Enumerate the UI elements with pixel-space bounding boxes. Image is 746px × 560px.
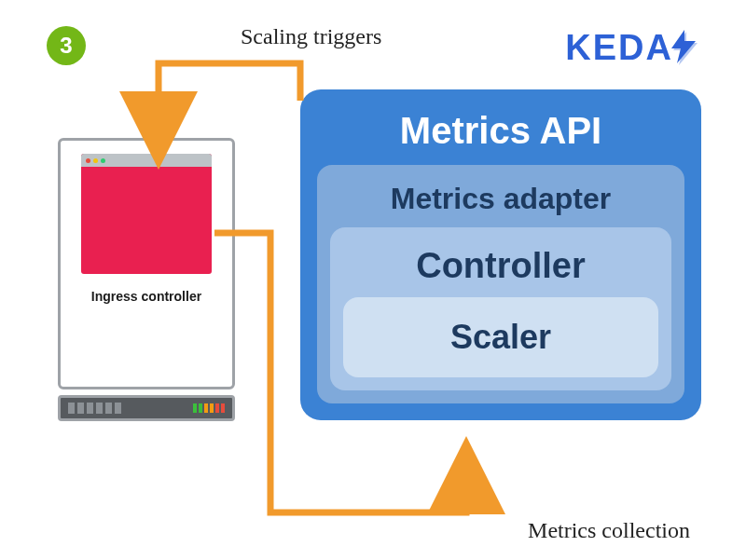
led-red-icon <box>215 403 219 413</box>
keda-stack: Metrics API Metrics adapter Controller S… <box>300 89 701 420</box>
rack-slot-icon <box>115 403 121 414</box>
server-screen: Ingress controller <box>58 138 235 389</box>
window-titlebar <box>81 154 212 167</box>
scaling-triggers-arrow-icon <box>159 63 300 130</box>
rack-slot-icon <box>68 403 75 414</box>
window-dot-yellow-icon <box>93 158 98 163</box>
window-body <box>81 167 212 274</box>
led-orange-icon <box>210 403 214 413</box>
scaling-triggers-label: Scaling triggers <box>241 24 381 49</box>
led-red-icon <box>221 403 225 413</box>
rack-slots <box>68 403 121 414</box>
ingress-controller-label: Ingress controller <box>91 289 201 304</box>
scaler-layer: Scaler <box>343 297 658 377</box>
ingress-server: Ingress controller <box>58 138 235 421</box>
lightning-icon <box>670 30 701 67</box>
led-green-icon <box>199 403 202 413</box>
led-green-icon <box>193 403 197 413</box>
keda-logo-text: KEDA <box>565 28 673 68</box>
metrics-collection-label: Metrics collection <box>528 518 690 543</box>
rack-slot-icon <box>77 403 84 414</box>
led-orange-icon <box>204 403 208 413</box>
rack-slot-icon <box>105 403 112 414</box>
rack-leds <box>193 403 225 413</box>
rack-slot-icon <box>87 403 93 414</box>
step-badge: 3 <box>47 26 86 65</box>
metrics-api-title: Metrics API <box>317 110 684 152</box>
server-rack <box>58 395 235 421</box>
window-dot-green-icon <box>101 158 105 163</box>
controller-label: Controller <box>343 246 658 286</box>
controller-layer: Controller Scaler <box>330 227 671 390</box>
metrics-adapter-layer: Metrics adapter Controller Scaler <box>317 165 684 403</box>
rack-slot-icon <box>96 403 103 414</box>
window-dot-red-icon <box>86 158 90 163</box>
keda-logo: KEDA <box>565 28 701 68</box>
app-window <box>81 154 212 274</box>
metrics-adapter-label: Metrics adapter <box>330 182 671 216</box>
scaler-label: Scaler <box>450 318 551 356</box>
